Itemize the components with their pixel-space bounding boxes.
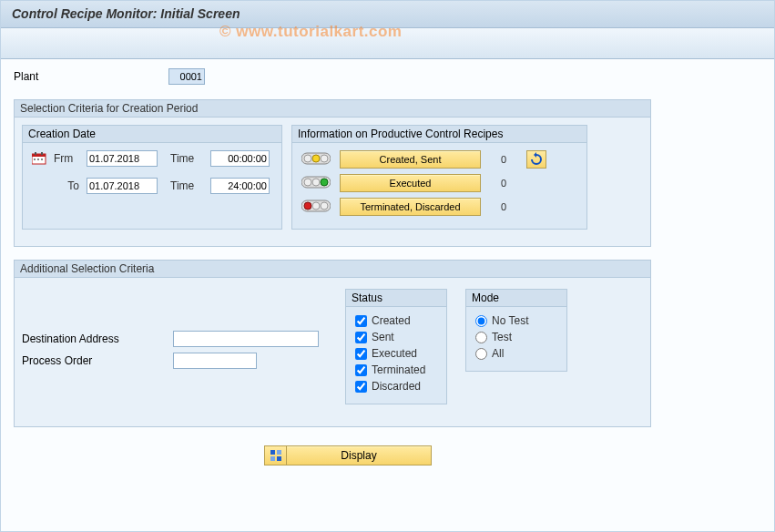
from-label: Frm	[54, 152, 79, 165]
to-time-label: Time	[165, 179, 203, 192]
content-area: Plant Selection Criteria for Creation Pe…	[1, 59, 774, 475]
process-order-input[interactable]	[173, 353, 257, 369]
refresh-button[interactable]	[526, 150, 546, 169]
status-panel: Status Created Sent Executed Terminated …	[345, 289, 447, 404]
status-discarded-label: Discarded	[372, 380, 421, 393]
svg-rect-3	[41, 152, 43, 155]
status-executed-label: Executed	[372, 347, 417, 360]
svg-point-14	[312, 179, 320, 186]
selection-criteria-group: Selection Criteria for Creation Period C…	[14, 99, 651, 247]
svg-point-19	[321, 202, 328, 210]
mode-panel: Mode No Test Test All	[465, 289, 567, 372]
page-title: Control Recipe Monitor: Initial Screen	[1, 1, 774, 28]
grid-icon	[270, 449, 282, 462]
svg-point-10	[321, 155, 328, 162]
mode-test-label: Test	[492, 331, 512, 343]
calendar-icon[interactable]	[32, 152, 46, 165]
selection-criteria-header: Selection Criteria for Creation Period	[15, 100, 650, 118]
status-sent-label: Sent	[372, 331, 394, 343]
status-sent-checkbox[interactable]	[355, 332, 367, 343]
from-date-input[interactable]	[87, 150, 158, 167]
from-time-label: Time	[165, 152, 203, 165]
created-sent-count: 0	[490, 154, 517, 165]
spacer	[32, 179, 46, 192]
to-label: To	[54, 179, 79, 192]
svg-rect-20	[270, 450, 275, 455]
mode-no-test-radio[interactable]	[475, 315, 487, 327]
traffic-light-red-icon	[301, 200, 331, 214]
svg-rect-2	[35, 152, 36, 155]
created-sent-button[interactable]: Created, Sent	[340, 150, 481, 169]
status-executed-checkbox[interactable]	[355, 348, 367, 360]
destination-address-label: Destination Address	[22, 332, 173, 345]
status-discarded-checkbox[interactable]	[355, 381, 367, 393]
traffic-light-green-icon	[301, 176, 331, 190]
destination-address-input[interactable]	[173, 331, 319, 347]
status-header: Status	[346, 290, 446, 307]
status-created-label: Created	[372, 314, 411, 327]
plant-label: Plant	[14, 70, 159, 83]
refresh-icon	[529, 152, 544, 167]
svg-rect-5	[37, 159, 39, 160]
additional-criteria-group: Additional Selection Criteria Destinatio…	[14, 260, 651, 427]
display-button[interactable]: Display	[286, 445, 432, 466]
svg-point-15	[321, 179, 328, 186]
status-created-checkbox[interactable]	[355, 315, 367, 327]
info-header: Information on Productive Control Recipe…	[292, 126, 586, 143]
to-time-input[interactable]	[210, 178, 270, 194]
info-panel: Information on Productive Control Recipe…	[291, 125, 587, 230]
terminated-discarded-count: 0	[490, 201, 517, 212]
executed-count: 0	[490, 178, 517, 189]
plant-input[interactable]	[168, 68, 205, 85]
svg-marker-11	[534, 152, 536, 158]
svg-point-18	[312, 202, 320, 210]
from-time-input[interactable]	[210, 150, 270, 167]
svg-rect-1	[32, 154, 46, 157]
process-order-label: Process Order	[22, 354, 173, 367]
mode-all-radio[interactable]	[475, 348, 487, 360]
svg-point-17	[304, 202, 311, 210]
svg-point-8	[304, 155, 311, 162]
mode-no-test-label: No Test	[492, 314, 528, 327]
svg-rect-4	[34, 159, 36, 160]
additional-criteria-header: Additional Selection Criteria	[15, 261, 650, 278]
mode-header: Mode	[466, 290, 566, 307]
mode-test-radio[interactable]	[475, 332, 487, 343]
traffic-light-yellow-icon	[301, 152, 331, 167]
svg-point-13	[304, 179, 311, 186]
toolbar	[1, 28, 774, 59]
svg-rect-21	[277, 450, 281, 455]
mode-all-label: All	[492, 347, 504, 360]
creation-date-panel: Creation Date Frm Time To	[22, 125, 282, 230]
creation-date-header: Creation Date	[23, 126, 281, 143]
svg-point-9	[312, 155, 320, 162]
display-grid-icon-button[interactable]	[264, 445, 286, 466]
to-date-input[interactable]	[87, 178, 158, 194]
executed-button[interactable]: Executed	[340, 174, 481, 192]
svg-rect-23	[277, 456, 281, 461]
status-terminated-label: Terminated	[372, 363, 425, 376]
terminated-discarded-button[interactable]: Terminated, Discarded	[340, 198, 481, 216]
svg-rect-6	[41, 159, 43, 160]
status-terminated-checkbox[interactable]	[355, 364, 367, 376]
svg-rect-22	[270, 456, 275, 461]
